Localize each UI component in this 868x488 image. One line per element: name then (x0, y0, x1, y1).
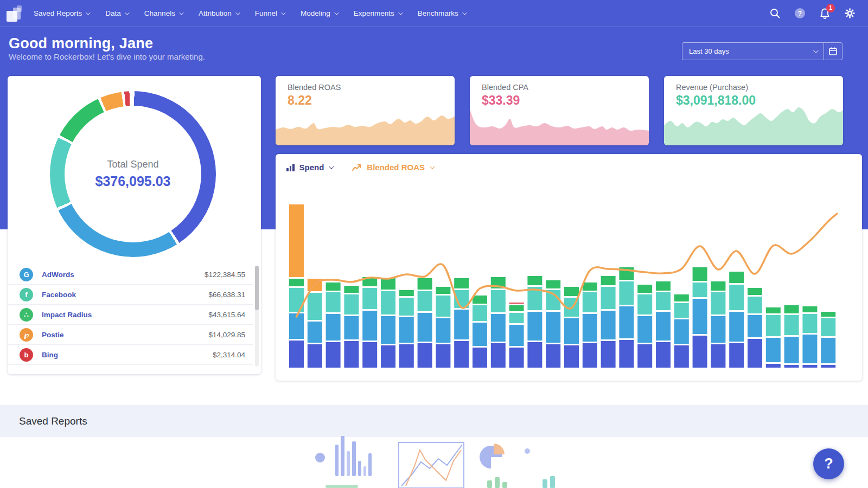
bar-segment[interactable] (729, 272, 744, 283)
bar-segment[interactable] (583, 282, 597, 291)
bar-segment[interactable] (436, 318, 450, 343)
bar-segment[interactable] (637, 344, 652, 368)
bar-segment[interactable] (326, 282, 341, 291)
bar-segment[interactable] (784, 365, 799, 368)
bar-segment[interactable] (748, 339, 762, 368)
bar-segment[interactable] (564, 318, 579, 344)
nav-item-attribution[interactable]: Attribution (199, 9, 239, 17)
bar-segment[interactable] (674, 303, 689, 318)
notifications-bell-icon[interactable]: 1 (818, 7, 831, 20)
bar-segment[interactable] (344, 286, 359, 293)
bar-segment[interactable] (509, 348, 524, 368)
bar-segment[interactable] (564, 345, 579, 368)
bar-segment[interactable] (399, 344, 414, 368)
bar-segment[interactable] (601, 287, 616, 309)
bar-segment[interactable] (509, 303, 524, 304)
bar-segment[interactable] (784, 337, 799, 363)
bar-segment[interactable] (491, 314, 506, 342)
bar-segment[interactable] (491, 343, 506, 368)
bar-segment[interactable] (418, 343, 432, 368)
bar-segment[interactable] (693, 267, 707, 281)
bar-segment[interactable] (766, 364, 781, 368)
bar-segment[interactable] (473, 323, 487, 346)
help-icon[interactable]: ? (793, 7, 806, 20)
nav-item-channels[interactable]: Channels (144, 9, 182, 17)
bar-segment[interactable] (729, 343, 744, 368)
bar-segment[interactable] (289, 341, 304, 368)
bar-segment[interactable] (693, 299, 707, 334)
bar-segment[interactable] (509, 305, 524, 311)
bar-segment[interactable] (802, 314, 817, 333)
bar-segment[interactable] (711, 281, 725, 291)
bar-segment[interactable] (601, 341, 616, 368)
stacked-bar-line-chart[interactable] (276, 154, 862, 381)
bar-segment[interactable] (289, 204, 304, 277)
search-icon[interactable] (768, 7, 781, 20)
bar-segment[interactable] (748, 288, 762, 295)
bar-segment[interactable] (784, 305, 799, 313)
bar-segment[interactable] (821, 318, 835, 336)
bar-segment[interactable] (766, 307, 781, 313)
bar-segment[interactable] (527, 342, 542, 368)
bar-segment[interactable] (344, 294, 359, 314)
bar-segment[interactable] (491, 290, 506, 312)
bar-segment[interactable] (656, 342, 671, 368)
bar-segment[interactable] (583, 292, 597, 312)
bar-segment[interactable] (766, 315, 781, 336)
bar-segment[interactable] (601, 311, 616, 339)
metric-select-blended-roas[interactable]: Blended ROAS (352, 163, 433, 172)
bar-segment[interactable] (454, 341, 469, 368)
bar-segment[interactable] (454, 278, 469, 288)
bar-segment[interactable] (656, 281, 671, 291)
bar-segment[interactable] (619, 306, 634, 338)
bar-segment[interactable] (473, 348, 487, 368)
bar-segment[interactable] (656, 292, 671, 310)
blended-cpa-card[interactable]: Blended CPA $33.39 (470, 76, 649, 145)
bar-segment[interactable] (564, 287, 579, 296)
bar-segment[interactable] (381, 316, 395, 344)
bar-segment[interactable] (473, 305, 487, 321)
bar-segment[interactable] (729, 285, 744, 310)
bar-segment[interactable] (436, 344, 450, 368)
bar-segment[interactable] (308, 344, 322, 368)
bar-segment[interactable] (601, 276, 616, 285)
bar-segment[interactable] (436, 287, 450, 294)
blended-roas-card[interactable]: Blended ROAS 8.22 (276, 76, 455, 145)
bar-segment[interactable] (748, 315, 762, 337)
metric-select-spend[interactable]: Spend (286, 163, 333, 172)
bar-segment[interactable] (784, 315, 799, 335)
bar-segment[interactable] (711, 292, 725, 314)
bar-segment[interactable] (583, 314, 597, 342)
bar-segment[interactable] (362, 288, 377, 309)
bar-segment[interactable] (802, 335, 817, 363)
bar-segment[interactable] (748, 297, 762, 313)
bar-segment[interactable] (802, 306, 817, 312)
bar-segment[interactable] (381, 345, 395, 368)
bar-segment[interactable] (711, 344, 725, 368)
nav-item-modeling[interactable]: Modeling (301, 9, 337, 17)
bar-segment[interactable] (308, 293, 322, 320)
bar-segment[interactable] (418, 291, 432, 311)
bar-segment[interactable] (418, 278, 432, 290)
help-fab-button[interactable]: ? (813, 448, 844, 479)
bar-segment[interactable] (326, 292, 341, 312)
nav-item-funnel[interactable]: Funnel (255, 9, 284, 17)
bar-segment[interactable] (546, 280, 560, 288)
bar-segment[interactable] (656, 312, 671, 341)
bar-segment[interactable] (399, 290, 414, 296)
revenue-card[interactable]: Revenue (Purchase) $3,091,818.00 (664, 76, 843, 145)
bar-segment[interactable] (546, 344, 560, 368)
bar-segment[interactable] (674, 345, 689, 368)
bar-segment[interactable] (326, 342, 341, 368)
bar-segment[interactable] (362, 342, 377, 368)
legend-row-bing[interactable]: bBing$2,314.04 (8, 345, 253, 365)
bar-segment[interactable] (637, 285, 652, 293)
bar-segment[interactable] (473, 296, 487, 304)
bar-segment[interactable] (344, 341, 359, 368)
bar-segment[interactable] (802, 365, 817, 368)
bar-segment[interactable] (583, 343, 597, 368)
bar-segment[interactable] (289, 279, 304, 286)
legend-scrollbar-thumb[interactable] (255, 266, 259, 310)
bar-segment[interactable] (821, 312, 835, 317)
bar-segment[interactable] (711, 316, 725, 343)
